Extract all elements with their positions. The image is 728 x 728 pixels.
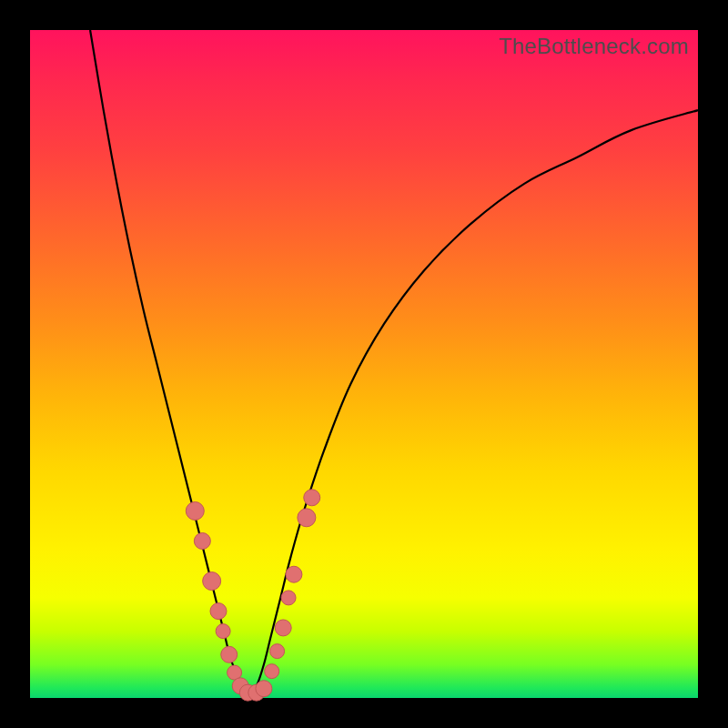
data-marker xyxy=(298,509,316,527)
data-marker xyxy=(221,646,238,662)
curve-left-branch xyxy=(90,30,250,694)
data-marker xyxy=(210,603,227,620)
chart-frame: TheBottleneck.com xyxy=(0,0,728,728)
data-marker xyxy=(186,501,204,520)
data-marker xyxy=(265,664,279,679)
data-marker xyxy=(194,533,210,550)
data-marker xyxy=(281,591,296,605)
data-marker xyxy=(304,490,320,506)
data-markers xyxy=(186,490,319,701)
data-marker xyxy=(256,681,272,697)
watermark-text: TheBottleneck.com xyxy=(499,34,689,59)
data-marker xyxy=(275,620,291,636)
chart-svg xyxy=(30,30,698,698)
curve-right-branch xyxy=(250,110,698,694)
data-marker xyxy=(203,572,221,591)
data-marker xyxy=(286,566,302,582)
data-marker xyxy=(270,644,285,659)
data-marker xyxy=(216,624,230,639)
plot-area: TheBottleneck.com xyxy=(30,30,698,698)
